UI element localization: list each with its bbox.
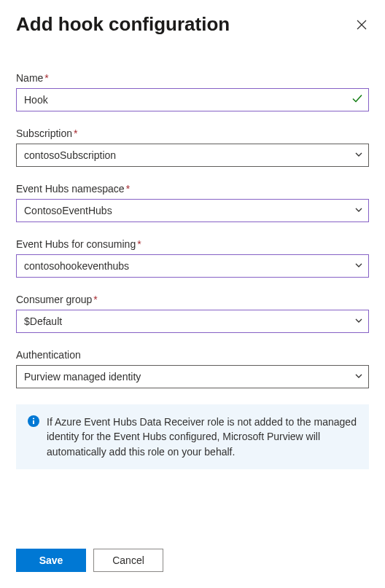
- field-subscription: Subscription* contosoSubscription: [16, 128, 369, 167]
- svg-point-4: [33, 418, 34, 419]
- name-input-wrap: [16, 88, 369, 111]
- event-hubs-consuming-select[interactable]: contosohookeventhubs: [16, 254, 369, 278]
- field-event-hubs-consuming: Event Hubs for consuming* contosohookeve…: [16, 238, 369, 278]
- svg-rect-3: [33, 420, 34, 424]
- consumer-group-label-text: Consumer group: [16, 294, 92, 305]
- field-authentication: Authentication Purview managed identity: [16, 349, 369, 388]
- required-indicator: *: [44, 72, 48, 84]
- required-indicator: *: [93, 294, 97, 305]
- info-icon: [28, 415, 39, 429]
- name-input[interactable]: [16, 88, 369, 111]
- event-hubs-namespace-select[interactable]: ContosoEventHubs: [16, 199, 369, 222]
- subscription-label-text: Subscription: [16, 128, 72, 139]
- cancel-button[interactable]: Cancel: [93, 549, 163, 572]
- event-hubs-consuming-select-wrap: contosohookeventhubs: [16, 254, 369, 278]
- close-button[interactable]: [353, 16, 370, 36]
- name-label-text: Name: [16, 72, 43, 84]
- authentication-value: Purview managed identity: [24, 371, 141, 383]
- event-hubs-consuming-label-text: Event Hubs for consuming: [16, 238, 136, 250]
- authentication-label: Authentication: [16, 349, 369, 361]
- consumer-group-select[interactable]: $Default: [16, 310, 369, 333]
- consumer-group-select-wrap: $Default: [16, 310, 369, 333]
- required-indicator: *: [126, 183, 130, 195]
- subscription-select[interactable]: contosoSubscription: [16, 144, 369, 167]
- field-name: Name*: [16, 72, 369, 111]
- add-hook-panel: Add hook configuration Name* Subscriptio…: [0, 0, 385, 588]
- event-hubs-consuming-value: contosohookeventhubs: [24, 260, 129, 272]
- required-indicator: *: [74, 128, 77, 139]
- event-hubs-namespace-select-wrap: ContosoEventHubs: [16, 199, 369, 222]
- consumer-group-label: Consumer group*: [16, 294, 369, 305]
- field-consumer-group: Consumer group* $Default: [16, 294, 369, 333]
- event-hubs-namespace-value: ContosoEventHubs: [24, 205, 112, 216]
- authentication-label-text: Authentication: [16, 349, 81, 361]
- subscription-value: contosoSubscription: [24, 149, 116, 161]
- subscription-select-wrap: contosoSubscription: [16, 144, 369, 167]
- panel-footer: Save Cancel: [16, 534, 369, 575]
- required-indicator: *: [137, 238, 141, 250]
- info-message: If Azure Event Hubs Data Receiver role i…: [16, 404, 369, 469]
- name-label: Name*: [16, 72, 369, 84]
- info-text: If Azure Event Hubs Data Receiver role i…: [47, 415, 357, 459]
- authentication-select-wrap: Purview managed identity: [16, 365, 369, 388]
- event-hubs-namespace-label: Event Hubs namespace*: [16, 183, 369, 195]
- close-icon: [356, 21, 368, 33]
- page-title: Add hook configuration: [16, 13, 230, 36]
- panel-header: Add hook configuration: [16, 13, 369, 36]
- event-hubs-consuming-label: Event Hubs for consuming*: [16, 238, 369, 250]
- event-hubs-namespace-label-text: Event Hubs namespace: [16, 183, 125, 195]
- subscription-label: Subscription*: [16, 128, 369, 139]
- form-fields: Name* Subscription* contosoSubscription: [16, 72, 369, 534]
- consumer-group-value: $Default: [24, 315, 62, 327]
- field-event-hubs-namespace: Event Hubs namespace* ContosoEventHubs: [16, 183, 369, 222]
- authentication-select[interactable]: Purview managed identity: [16, 365, 369, 388]
- save-button[interactable]: Save: [16, 549, 86, 572]
